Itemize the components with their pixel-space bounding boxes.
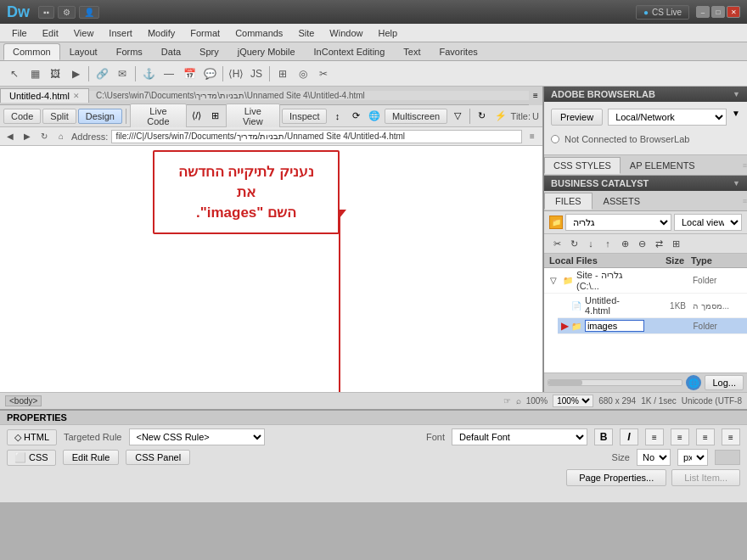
image-icon[interactable]: 🖼 <box>46 64 65 83</box>
get-files-icon[interactable]: ↓ <box>583 236 598 251</box>
design-button[interactable]: Design <box>78 109 122 124</box>
sync-files-icon[interactable]: ⇄ <box>651 236 666 251</box>
maximize-button[interactable]: □ <box>711 6 725 18</box>
tab-common[interactable]: Common <box>3 43 60 60</box>
home-button[interactable]: ⌂ <box>54 130 68 143</box>
split-button[interactable]: Split <box>42 109 76 124</box>
menu-help[interactable]: Help <box>371 26 404 40</box>
browserlab-expand-icon[interactable]: ▼ <box>733 90 740 98</box>
cursor-icon[interactable]: ↖ <box>5 64 24 83</box>
hr-icon[interactable]: — <box>160 64 178 83</box>
tab-spry[interactable]: Spry <box>190 43 228 60</box>
widget-icon[interactable]: ◎ <box>294 64 312 83</box>
menu-file[interactable]: File <box>5 26 34 40</box>
close-button[interactable]: ✕ <box>727 6 740 18</box>
view-select[interactable]: Local view <box>674 214 742 231</box>
globe-icon[interactable]: 🌐 <box>686 375 701 390</box>
document-tab[interactable]: Untitled-4.html ✕ <box>0 88 89 103</box>
css-panel-expand-icon[interactable]: ≡ <box>743 161 747 170</box>
live-code-button[interactable]: Live Code <box>130 104 187 129</box>
table-row[interactable]: ▽ 📁 Site - גלריה (C:\... Folder <box>544 268 747 294</box>
back-button[interactable]: ◀ <box>3 130 17 143</box>
tab-css-styles[interactable]: CSS STYLES <box>544 157 621 174</box>
address-input[interactable] <box>111 130 522 143</box>
align-left-button[interactable]: ≡ <box>645 428 664 445</box>
multiscreen-icon[interactable]: ▽ <box>449 108 466 125</box>
email-icon[interactable]: ✉ <box>113 64 132 83</box>
link-icon[interactable]: 🔗 <box>93 64 111 83</box>
menu-site[interactable]: Site <box>291 26 321 40</box>
tab-assets[interactable]: ASSETS <box>593 193 651 210</box>
align-right-button[interactable]: ≡ <box>696 428 715 445</box>
media-icon[interactable]: ▶ <box>66 64 85 83</box>
inspect-icon[interactable]: ↕ <box>329 108 345 125</box>
cs-live-button[interactable]: ● CS Live <box>636 5 689 20</box>
bc-expand-icon[interactable]: ▼ <box>733 179 740 188</box>
bold-button[interactable]: B <box>594 428 613 445</box>
tab-files[interactable]: FILES <box>544 193 593 210</box>
template-icon[interactable]: ⊞ <box>273 64 292 83</box>
list-item-button[interactable]: List Item... <box>671 469 740 486</box>
check-in-icon[interactable]: ⊖ <box>634 236 649 251</box>
live-code-icon[interactable]: ⟨/⟩ <box>188 108 205 125</box>
size-select[interactable]: None <box>637 449 671 466</box>
live-view-button[interactable]: Live View <box>226 104 280 129</box>
minimize-button[interactable]: – <box>696 6 710 18</box>
tab-ap-elements[interactable]: AP ELEMENTS <box>621 157 705 174</box>
dock-icon[interactable]: ≡ <box>529 87 542 105</box>
sync-icon[interactable]: ⟳ <box>347 108 364 125</box>
check-out-icon[interactable]: ⊕ <box>617 236 632 251</box>
icon-btn-2[interactable]: ⚙ <box>58 6 76 19</box>
menu-modify[interactable]: Modify <box>141 26 182 40</box>
menu-view[interactable]: View <box>67 26 101 40</box>
size-unit-select[interactable]: px <box>677 449 708 466</box>
multiscreen-button[interactable]: Multiscreen <box>385 109 447 124</box>
targeted-rule-select[interactable]: <New CSS Rule> <box>129 428 265 445</box>
menu-edit[interactable]: Edit <box>36 26 65 40</box>
tab-text[interactable]: Text <box>394 43 430 60</box>
align-center-button[interactable]: ≡ <box>671 428 689 445</box>
table-icon[interactable]: ▦ <box>25 64 44 83</box>
debug-icon[interactable]: ⚡ <box>492 108 509 125</box>
anchor-icon[interactable]: ⚓ <box>139 64 158 83</box>
folder-rename-input[interactable] <box>585 320 644 332</box>
put-files-icon[interactable]: ↑ <box>600 236 615 251</box>
menu-insert[interactable]: Insert <box>102 26 139 40</box>
expand-files-icon[interactable]: ⊞ <box>668 236 683 251</box>
italic-button[interactable]: I <box>620 428 638 445</box>
snippet-icon[interactable]: ✂ <box>314 64 333 83</box>
tab-forms[interactable]: Forms <box>107 43 152 60</box>
font-select[interactable]: Default Font <box>452 428 587 445</box>
log-button[interactable]: Log... <box>705 375 744 390</box>
tab-incontext-editing[interactable]: InContext Editing <box>305 43 395 60</box>
connect-icon[interactable]: ✂ <box>549 236 564 251</box>
code-button[interactable]: Code <box>3 109 41 124</box>
tab-layout[interactable]: Layout <box>60 43 107 60</box>
date-icon[interactable]: 📅 <box>180 64 199 83</box>
table-row[interactable]: 📄 Untitled-4.html 1KB מסמך ה... <box>558 294 747 318</box>
site-select[interactable]: גלריה <box>565 214 671 231</box>
tab-data[interactable]: Data <box>152 43 190 60</box>
dropdown-arrow[interactable]: ▼ <box>732 109 740 126</box>
tab-favorites[interactable]: Favorites <box>430 43 487 60</box>
menu-window[interactable]: Window <box>323 26 369 40</box>
edit-rule-button[interactable]: Edit Rule <box>63 450 120 465</box>
head-icon[interactable]: ⟨H⟩ <box>227 64 245 83</box>
page-properties-button[interactable]: Page Properties... <box>566 469 666 486</box>
refresh-icon[interactable]: ↻ <box>474 108 491 125</box>
tab-close-button[interactable]: ✕ <box>73 92 80 100</box>
network-select[interactable]: Local/Network <box>608 109 727 126</box>
code-nav-icon[interactable]: ⊞ <box>207 108 224 125</box>
comment-icon[interactable]: 💬 <box>200 64 219 83</box>
refresh-files-icon[interactable]: ↻ <box>566 236 581 251</box>
forward-button[interactable]: ▶ <box>20 130 34 143</box>
menu-commands[interactable]: Commands <box>228 26 289 40</box>
icon-btn-3[interactable]: 👤 <box>79 6 99 19</box>
tab-jquery-mobile[interactable]: jQuery Mobile <box>228 43 305 60</box>
browser-icon[interactable]: 🌐 <box>366 108 383 125</box>
table-row[interactable]: ▶ 📁 Folder <box>558 318 747 334</box>
horizontal-scrollbar[interactable] <box>548 379 682 386</box>
icon-btn-1[interactable]: ▪▪ <box>38 6 54 19</box>
html-mode-button[interactable]: ◇ HTML <box>7 429 57 445</box>
inspect-button[interactable]: Inspect <box>282 109 327 124</box>
